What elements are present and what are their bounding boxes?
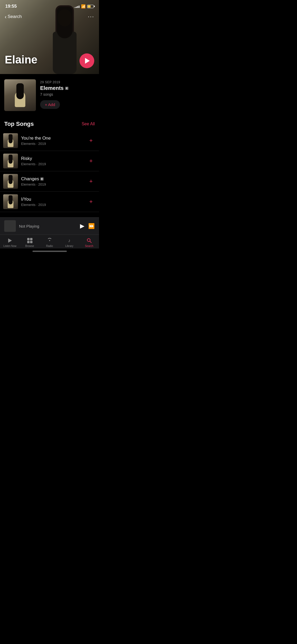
now-playing-thumbnail [4, 220, 16, 232]
more-button[interactable]: ··· [88, 13, 94, 20]
home-bar [32, 251, 67, 252]
add-album-button[interactable]: + Add [40, 100, 60, 109]
album-cover[interactable] [4, 79, 36, 111]
radio-icon [46, 237, 53, 244]
status-time: 19:55 [5, 4, 17, 9]
tab-radio[interactable]: Radio [42, 237, 58, 247]
home-indicator [0, 249, 99, 254]
song-item[interactable]: Risky Elements · 2019 + [0, 151, 99, 171]
tab-library[interactable]: ♪ Library [62, 237, 77, 247]
add-song-button[interactable]: + [87, 157, 95, 165]
library-icon: ♪ [66, 237, 73, 244]
tab-listen-now[interactable]: Listen Now [2, 237, 18, 247]
signal-icon [75, 5, 79, 8]
album-songs-count: 7 songs [40, 92, 95, 96]
add-song-button[interactable]: + [87, 197, 95, 206]
section-title: Top Songs [4, 121, 34, 127]
song-thumbnail [3, 194, 18, 209]
song-item[interactable]: I/You Elements · 2019 + [0, 192, 99, 212]
now-playing-bar: Not Playing ▶ ⏩ [0, 217, 99, 234]
song-item[interactable]: Changes E Elements · 2019 + [0, 171, 99, 192]
song-meta: Elements · 2019 [21, 182, 84, 186]
song-list: You're the One Elements · 2019 + Ri [0, 131, 99, 212]
play-button[interactable]: ▶ [80, 223, 84, 229]
album-date: 29 SEP 2019 [40, 80, 95, 84]
tab-label: Browse [25, 245, 34, 247]
song-title: Changes [21, 176, 39, 182]
svg-line-1 [90, 241, 91, 243]
play-icon [85, 58, 90, 64]
song-meta: Elements · 2019 [21, 162, 84, 166]
song-thumbnail [3, 154, 18, 168]
explicit-badge: E [65, 87, 68, 90]
see-all-button[interactable]: See All [82, 122, 95, 126]
song-title: You're the One [21, 136, 51, 141]
song-meta: Elements · 2019 [21, 142, 84, 146]
wifi-icon: 📶 [81, 4, 86, 8]
now-playing-title: Not Playing [19, 224, 77, 228]
tab-search[interactable]: Search [81, 237, 97, 247]
song-info: Risky Elements · 2019 [21, 156, 84, 166]
song-info: You're the One Elements · 2019 [21, 136, 84, 146]
status-bar: 19:55 📶 [0, 0, 99, 11]
tab-label: Radio [46, 245, 53, 247]
song-meta: Elements · 2019 [21, 203, 84, 207]
search-icon [86, 237, 92, 244]
listen-now-icon [7, 237, 13, 244]
tab-browse[interactable]: Browse [22, 237, 38, 247]
back-button[interactable]: ‹ Search [5, 14, 22, 20]
back-chevron-icon: ‹ [5, 14, 7, 20]
song-title: I/You [21, 197, 31, 202]
scroll-content: 29 SEP 2019 Elements E 7 songs + Add Top… [0, 74, 99, 217]
add-song-button[interactable]: + [87, 136, 95, 145]
spacer [0, 212, 99, 217]
battery-icon [87, 5, 94, 8]
tab-bar: Listen Now Browse Radio ♪ Library Search [0, 234, 99, 249]
song-item[interactable]: You're the One Elements · 2019 + [0, 131, 99, 151]
tab-label: Search [85, 245, 93, 247]
song-thumbnail [3, 133, 18, 148]
song-info: I/You Elements · 2019 [21, 197, 84, 207]
back-label: Search [8, 14, 22, 19]
artist-hero: ‹ Search ··· Elaine [0, 0, 99, 74]
tab-label: Library [65, 245, 73, 247]
explicit-badge: E [40, 177, 44, 181]
status-icons: 📶 [75, 4, 94, 8]
add-song-button[interactable]: + [87, 177, 95, 186]
song-title: Risky [21, 156, 32, 161]
album-section: 29 SEP 2019 Elements E 7 songs + Add [0, 74, 99, 116]
album-name-row: Elements E [40, 85, 95, 91]
nav-bar: ‹ Search ··· [0, 13, 99, 20]
tab-label: Listen Now [3, 245, 16, 247]
browse-icon [27, 237, 33, 244]
album-name: Elements [40, 85, 64, 91]
fast-forward-button[interactable]: ⏩ [88, 223, 95, 229]
top-songs-header: Top Songs See All [0, 116, 99, 131]
song-info: Changes E Elements · 2019 [21, 176, 84, 186]
artist-name: Elaine [5, 53, 37, 66]
song-thumbnail [3, 174, 18, 189]
now-playing-controls: ▶ ⏩ [80, 223, 95, 229]
hero-play-button[interactable] [79, 53, 94, 68]
album-info: 29 SEP 2019 Elements E 7 songs + Add [40, 79, 95, 109]
